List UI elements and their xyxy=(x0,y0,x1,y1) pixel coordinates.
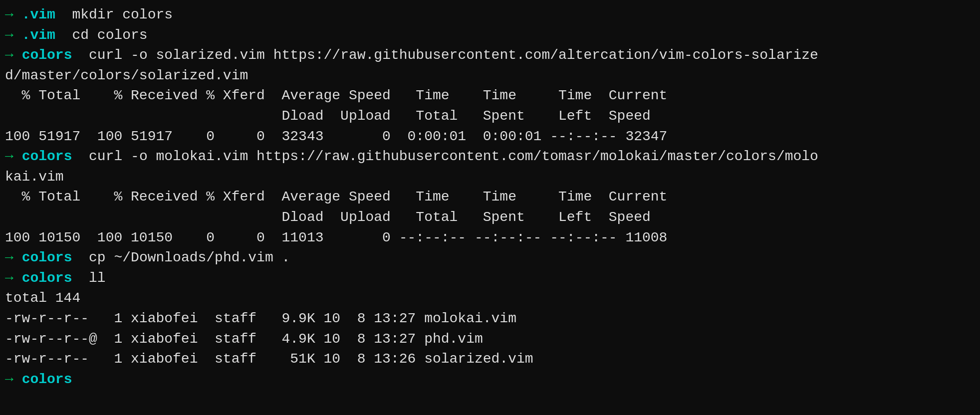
line-13: → colors cp ~/Downloads/phd.vim . xyxy=(5,248,980,268)
cursor-19[interactable] xyxy=(72,370,80,390)
dir-14: colors xyxy=(22,268,72,289)
cmd-14: ll xyxy=(72,268,105,289)
cmd-8: curl -o molokai.vim https://raw.githubus… xyxy=(72,147,818,167)
line-18: -rw-r--r-- 1 xiabofei staff 51K 10 8 13:… xyxy=(5,349,980,370)
cmd-2: cd colors xyxy=(55,25,148,46)
arrow-8: → xyxy=(5,147,13,167)
arrow-1: → xyxy=(5,5,13,25)
arrow-19: → xyxy=(5,370,13,390)
dir-19: colors xyxy=(22,370,72,390)
text-16: -rw-r--r-- 1 xiabofei staff 9.9K 10 8 13… xyxy=(5,309,516,329)
line-19: → colors xyxy=(5,370,980,390)
arrow-13: → xyxy=(5,248,13,268)
dir-8: colors xyxy=(22,147,72,167)
text-9: kai.vim xyxy=(5,167,64,188)
line-15: total 144 xyxy=(5,288,980,309)
line-4: d/master/colors/solarized.vim xyxy=(5,66,980,86)
text-10: % Total % Received % Xferd Average Speed… xyxy=(5,187,667,208)
line-14: → colors ll xyxy=(5,268,980,289)
line-6: Dload Upload Total Spent Left Speed xyxy=(5,106,980,127)
line-5: % Total % Received % Xferd Average Speed… xyxy=(5,86,980,106)
arrow-3: → xyxy=(5,45,13,66)
line-10: % Total % Received % Xferd Average Speed… xyxy=(5,187,980,208)
line-16: -rw-r--r-- 1 xiabofei staff 9.9K 10 8 13… xyxy=(5,309,980,329)
dir-1: .vim xyxy=(22,5,55,25)
text-4: d/master/colors/solarized.vim xyxy=(5,66,248,86)
text-7: 100 51917 100 51917 0 0 32343 0 0:00:01 … xyxy=(5,127,667,147)
text-12: 100 10150 100 10150 0 0 11013 0 --:--:--… xyxy=(5,228,667,248)
arrow-2: → xyxy=(5,25,13,46)
line-2: → .vim cd colors xyxy=(5,25,980,46)
text-15: total 144 xyxy=(5,288,80,309)
cmd-1: mkdir colors xyxy=(55,5,173,25)
line-9: kai.vim xyxy=(5,167,980,188)
line-1: → .vim mkdir colors xyxy=(5,5,980,25)
text-17: -rw-r--r--@ 1 xiabofei staff 4.9K 10 8 1… xyxy=(5,329,483,350)
text-11: Dload Upload Total Spent Left Speed xyxy=(5,208,651,228)
dir-3: colors xyxy=(22,45,72,66)
dir-2: .vim xyxy=(22,25,55,46)
line-12: 100 10150 100 10150 0 0 11013 0 --:--:--… xyxy=(5,228,980,248)
cmd-13: cp ~/Downloads/phd.vim . xyxy=(72,248,290,268)
line-7: 100 51917 100 51917 0 0 32343 0 0:00:01 … xyxy=(5,127,980,147)
dir-13: colors xyxy=(22,248,72,268)
cmd-3: curl -o solarized.vim https://raw.github… xyxy=(72,45,818,66)
terminal: → .vim mkdir colors → .vim cd colors → c… xyxy=(5,5,980,390)
text-6: Dload Upload Total Spent Left Speed xyxy=(5,106,651,127)
line-3: → colors curl -o solarized.vim https://r… xyxy=(5,45,980,66)
arrow-14: → xyxy=(5,268,13,289)
line-8: → colors curl -o molokai.vim https://raw… xyxy=(5,147,980,167)
text-5: % Total % Received % Xferd Average Speed… xyxy=(5,86,667,106)
text-18: -rw-r--r-- 1 xiabofei staff 51K 10 8 13:… xyxy=(5,349,533,370)
line-11: Dload Upload Total Spent Left Speed xyxy=(5,208,980,228)
line-17: -rw-r--r--@ 1 xiabofei staff 4.9K 10 8 1… xyxy=(5,329,980,350)
